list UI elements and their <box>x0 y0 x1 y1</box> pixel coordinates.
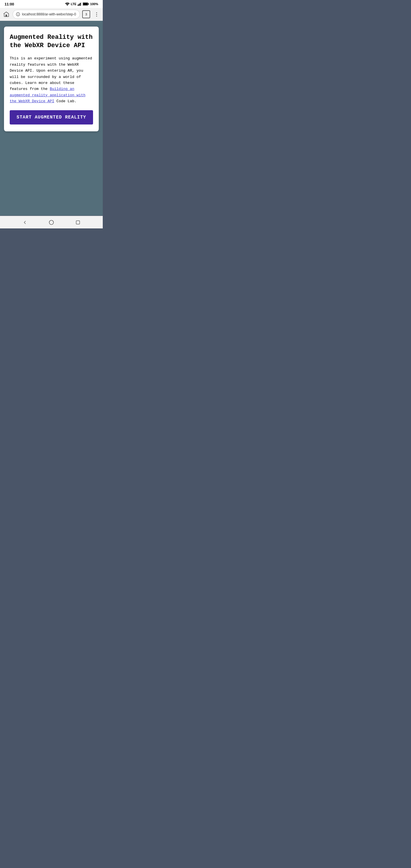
nav-bar <box>0 216 103 228</box>
address-bar[interactable]: i localhost:8888/ar-with-webxr/step-0 <box>12 10 80 19</box>
tab-switcher-button[interactable]: 3 <box>82 10 90 18</box>
status-bar: 11:00 LTE 100% <box>0 0 103 8</box>
signal-icon <box>77 2 82 6</box>
wifi-icon <box>65 2 70 6</box>
start-ar-button[interactable]: START AUGMENTED REALITY <box>10 110 93 124</box>
card-body: This is an experiment using augmented re… <box>10 55 93 104</box>
svg-point-11 <box>49 220 53 224</box>
menu-dot-1 <box>96 12 97 13</box>
tab-count: 3 <box>85 12 87 16</box>
browser-menu-button[interactable] <box>92 10 100 18</box>
info-icon: i <box>16 12 20 17</box>
svg-text:i: i <box>18 13 19 16</box>
svg-rect-3 <box>80 3 81 6</box>
address-text: localhost:8888/ar-with-webxr/step-0 <box>22 12 76 16</box>
home-button[interactable] <box>2 10 10 18</box>
info-card: Augmented Reality with the WebXR Device … <box>4 27 99 131</box>
recents-icon <box>75 220 81 225</box>
battery-icon <box>83 2 89 6</box>
svg-rect-1 <box>77 5 78 6</box>
card-after-link: Code Lab. <box>54 99 76 103</box>
svg-point-0 <box>67 5 68 6</box>
browser-chrome: i localhost:8888/ar-with-webxr/step-0 3 <box>0 8 103 21</box>
back-button[interactable] <box>20 218 29 227</box>
home-icon <box>3 11 9 18</box>
home-nav-button[interactable] <box>47 218 56 227</box>
back-icon <box>22 220 27 225</box>
battery-label: 100% <box>90 2 98 6</box>
page-content: Augmented Reality with the WebXR Device … <box>0 21 103 216</box>
menu-dot-2 <box>96 14 97 15</box>
status-time: 11:00 <box>5 2 14 6</box>
svg-rect-4 <box>81 2 82 6</box>
card-title: Augmented Reality with the WebXR Device … <box>10 33 93 50</box>
svg-rect-2 <box>79 4 80 6</box>
menu-dot-3 <box>96 16 97 17</box>
card-body-text: This is an experiment using augmented re… <box>10 56 92 91</box>
recents-button[interactable] <box>73 218 83 227</box>
lte-label: LTE <box>71 2 76 6</box>
home-nav-icon <box>49 220 54 225</box>
status-icons: LTE 100% <box>65 2 98 6</box>
svg-rect-12 <box>76 221 80 224</box>
svg-rect-6 <box>88 3 89 5</box>
svg-rect-7 <box>83 3 88 5</box>
svg-rect-8 <box>5 14 7 17</box>
